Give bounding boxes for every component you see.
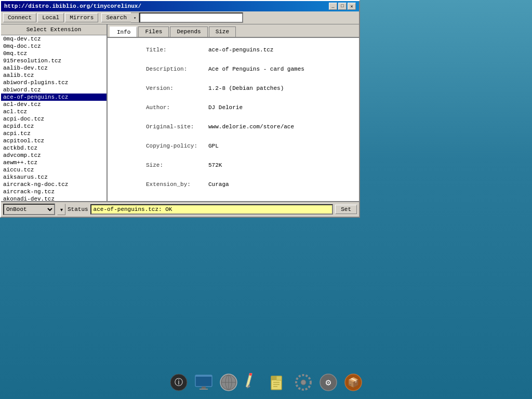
info-size-line: Size:572K xyxy=(112,156,355,175)
comments-label: Comments: xyxy=(146,201,208,201)
extension-list-item[interactable]: aewm++.tcz xyxy=(1,159,107,166)
extension-list-item[interactable]: aircrack-ng.tcz xyxy=(1,188,107,195)
info-extension-by-line: Extension_by:Curaga xyxy=(112,175,355,194)
svg-rect-2 xyxy=(195,375,212,387)
info-content: Title:ace-of-penguins.tcz Description:Ac… xyxy=(108,38,359,201)
status-bar: OnBootOnDemandNone ▾ Status ace-of-pengu… xyxy=(1,201,359,217)
extension-list-item[interactable]: aalib-dev.tcz xyxy=(1,64,107,72)
taskbar-files-icon[interactable] xyxy=(267,371,290,394)
svg-point-19 xyxy=(301,380,306,385)
copying-policy-label: Copying-policy: xyxy=(146,143,208,149)
right-panel: InfoFilesDependsSize Title:ace-of-pengui… xyxy=(108,24,359,201)
info-version-line: Version:1.2-8 (Debian patches) xyxy=(112,79,355,98)
close-button[interactable]: ✕ xyxy=(348,3,356,10)
status-label: Status xyxy=(68,206,88,212)
size-value: 572K xyxy=(208,162,222,168)
taskbar: ⓘ xyxy=(167,371,365,394)
taskbar-tools-icon[interactable]: ⚙ xyxy=(317,371,340,394)
extension-by-value: Curaga xyxy=(208,181,229,188)
info-description-line: Description:Ace of Penguins - card games xyxy=(112,60,355,78)
status-value: ace-of-penguins.tcz: OK xyxy=(90,204,334,215)
search-dropdown-icon[interactable]: ▾ xyxy=(131,12,139,23)
extension-list-item[interactable]: aiksaurus.tcz xyxy=(1,174,107,181)
info-comments-line1: Comments:Everyone was jumping on walls h… xyxy=(112,194,355,201)
tab-files[interactable]: Files xyxy=(138,26,169,37)
extension-list-item[interactable]: aircrack-ng-doc.tcz xyxy=(1,181,107,188)
taskbar-package-icon[interactable]: 📦 xyxy=(342,371,365,394)
svg-text:📦: 📦 xyxy=(348,377,360,388)
svg-rect-5 xyxy=(200,389,208,390)
comments-value: Everyone was jumping on walls here witho… xyxy=(208,201,352,201)
toolbar: Connect Local Mirrors Search ▾ xyxy=(1,11,359,24)
window-title: http://distro.ibiblio.org/tinycorelinux/ xyxy=(4,3,141,9)
tab-depends[interactable]: Depends xyxy=(170,26,207,37)
extension-list-item[interactable]: actkbd.tcz xyxy=(1,144,107,152)
extension-list-item[interactable]: akonadi-dev.tcz xyxy=(1,195,107,201)
onboot-select[interactable]: OnBootOnDemandNone xyxy=(3,204,55,215)
copying-policy-value: GPL xyxy=(208,143,219,149)
extension-list-item[interactable]: aiccu.tcz xyxy=(1,166,107,174)
author-value: DJ Delorie xyxy=(208,104,243,111)
search-button[interactable]: Search xyxy=(101,13,131,22)
search-input[interactable] xyxy=(139,12,243,23)
info-copying-policy-line: Copying-policy:GPL xyxy=(112,137,355,155)
window-controls: _ □ ✕ xyxy=(329,3,356,10)
extension-list-item[interactable]: 0mq-dev.tcz xyxy=(1,35,107,43)
tabs: InfoFilesDependsSize xyxy=(108,24,359,38)
extension-by-label: Extension_by: xyxy=(146,181,208,188)
set-button[interactable]: Set xyxy=(335,205,357,214)
main-window: http://distro.ibiblio.org/tinycorelinux/… xyxy=(0,0,360,218)
extension-list-item[interactable]: advcomp.tcz xyxy=(1,152,107,159)
extension-list-item[interactable]: abiword.tcz xyxy=(1,86,107,94)
local-button[interactable]: Local xyxy=(37,13,64,22)
onboot-dropdown-button[interactable]: ▾ xyxy=(57,204,65,215)
extension-list-item[interactable]: 0mq.tcz xyxy=(1,50,107,57)
extension-list-item[interactable]: acpi.tcz xyxy=(1,130,107,137)
taskbar-apps-icon[interactable] xyxy=(217,371,240,394)
taskbar-info-icon[interactable]: ⓘ xyxy=(167,371,190,394)
version-label: Version: xyxy=(146,85,208,91)
select-extension-label: Select Extension xyxy=(1,24,107,35)
svg-rect-4 xyxy=(202,387,206,389)
extension-list-item[interactable]: acl.tcz xyxy=(1,108,107,115)
connect-button[interactable]: Connect xyxy=(3,13,36,22)
extension-list-item[interactable]: acpid.tcz xyxy=(1,123,107,130)
extension-list-item[interactable]: abiword-plugins.tcz xyxy=(1,79,107,86)
description-value: Ace of Penguins - card games xyxy=(208,66,304,72)
extension-list-item[interactable]: acpi-doc.tcz xyxy=(1,115,107,123)
svg-rect-15 xyxy=(271,376,276,380)
info-original-site-line: Original-site:www.delorie.com/store/ace xyxy=(112,117,355,136)
tab-info[interactable]: Info xyxy=(110,26,137,37)
extension-list-item[interactable]: acpitool.tcz xyxy=(1,137,107,144)
size-label: Size: xyxy=(146,162,208,168)
description-label: Description: xyxy=(146,66,208,72)
extension-list-item[interactable]: acl-dev.tcz xyxy=(1,101,107,108)
info-title-line: Title:ace-of-penguins.tcz xyxy=(112,41,355,59)
info-author-line: Author:DJ Delorie xyxy=(112,98,355,117)
tab-size[interactable]: Size xyxy=(209,26,236,37)
svg-text:ⓘ: ⓘ xyxy=(175,378,183,387)
extension-list-item[interactable]: 0mq-doc.tcz xyxy=(1,43,107,50)
version-value: 1.2-8 (Debian patches) xyxy=(208,85,284,91)
taskbar-edit-icon[interactable] xyxy=(242,371,265,394)
svg-rect-3 xyxy=(195,375,212,377)
svg-text:⚙: ⚙ xyxy=(326,378,331,388)
content-area: Select Extension 0mq-dev.tcz0mq-doc.tcz0… xyxy=(1,24,359,201)
extension-list-item[interactable]: ace-of-penguins.tcz xyxy=(1,94,107,101)
original-site-value: www.delorie.com/store/ace xyxy=(208,124,294,130)
extension-list-item[interactable]: 915resolution.tcz xyxy=(1,57,107,64)
title-value: ace-of-penguins.tcz xyxy=(208,47,273,53)
search-area: Search ▾ xyxy=(101,12,243,23)
original-site-label: Original-site: xyxy=(146,124,208,130)
extension-list: 0mq-dev.tcz0mq-doc.tcz0mq.tcz915resoluti… xyxy=(1,35,107,201)
title-label: Title: xyxy=(146,47,208,53)
extension-list-item[interactable]: aalib.tcz xyxy=(1,72,107,79)
left-panel: Select Extension 0mq-dev.tcz0mq-doc.tcz0… xyxy=(1,24,108,201)
maximize-button[interactable]: □ xyxy=(338,3,347,10)
extension-list-container: 0mq-dev.tcz0mq-doc.tcz0mq.tcz915resoluti… xyxy=(1,35,107,201)
title-bar: http://distro.ibiblio.org/tinycorelinux/… xyxy=(1,1,359,11)
mirrors-button[interactable]: Mirrors xyxy=(65,13,98,22)
taskbar-desktop-icon[interactable] xyxy=(192,371,215,394)
minimize-button[interactable]: _ xyxy=(329,3,337,10)
taskbar-settings-icon[interactable] xyxy=(292,371,315,394)
